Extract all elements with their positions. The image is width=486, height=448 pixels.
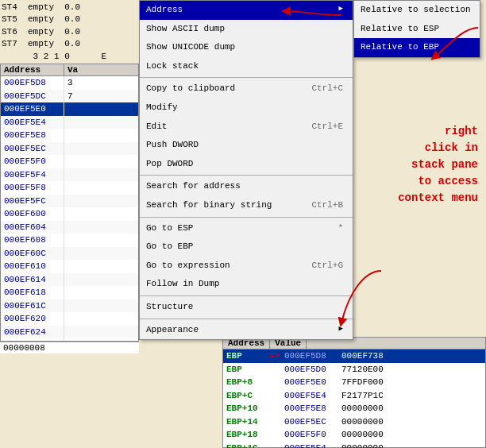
- menu-item-modify[interactable]: Modify: [140, 98, 353, 118]
- stack-row[interactable]: 000EF610: [1, 260, 138, 273]
- bp-row[interactable]: EBP+8000EF5E07FFDF000: [223, 376, 485, 389]
- reg-line: ST7 empty 0.0: [2, 38, 137, 50]
- stack-pane[interactable]: Address Va 000EF5D83000EF5DC7000EF5E0000…: [0, 64, 139, 342]
- menu-separator: [140, 77, 353, 78]
- stack-val: [64, 155, 138, 168]
- menu-item-pop-dword[interactable]: Pop DWORD: [140, 155, 353, 174]
- stack-row[interactable]: 000EF614: [1, 273, 138, 287]
- menu-separator: [140, 217, 353, 218]
- menu-item-copy-to-clipboard[interactable]: Copy to clipboardCtrl+C: [140, 79, 353, 98]
- status-text: 00000008: [3, 343, 45, 353]
- menu-item-label: Search for address: [146, 180, 343, 194]
- arrow-to-bottom: [302, 267, 397, 330]
- bp-arrow-icon: [267, 402, 283, 415]
- stack-row[interactable]: 000EF5FC: [1, 195, 138, 208]
- menu-item-search-for-binary-string[interactable]: Search for binary stringCtrl+B: [140, 196, 353, 215]
- submenu-item-relative-to-selection[interactable]: Relative to selection: [354, 1, 480, 20]
- stack-row[interactable]: 000EF624: [1, 326, 138, 339]
- stack-row[interactable]: 000EF600: [1, 207, 138, 221]
- bp-row[interactable]: EBP+14000EF5EC00000000: [223, 415, 485, 429]
- stack-row[interactable]: 000EF5D83: [1, 76, 138, 90]
- menu-item-edit[interactable]: EditCtrl+E: [140, 118, 353, 137]
- col-header-address: Address: [1, 64, 64, 75]
- stack-row[interactable]: 000EF604: [1, 221, 138, 234]
- menu-item-label: Lock stack: [146, 60, 343, 74]
- menu-item-lock-stack[interactable]: Lock stack: [140, 57, 353, 76]
- right-annotation: right click in stack pane to access cont…: [398, 123, 478, 207]
- stack-val: [64, 116, 138, 129]
- stack-addr: 000EF600: [1, 207, 64, 221]
- bp-val: F2177P1C: [338, 389, 485, 403]
- bp-val: 000EF738: [338, 350, 485, 363]
- bp-val: 00000000: [338, 415, 485, 429]
- menu-item-label: Modify: [146, 101, 343, 115]
- stack-addr: 000EF5F8: [1, 181, 64, 195]
- menu-item-go-to-ebp[interactable]: Go to EBP: [140, 238, 353, 257]
- bp-val: 00000000: [338, 402, 485, 415]
- col-header-value: Va: [64, 64, 138, 75]
- stack-addr: 000EF618: [1, 286, 64, 299]
- stack-val: [64, 260, 138, 273]
- stack-val: [64, 299, 138, 313]
- stack-val: [64, 181, 138, 195]
- reg-line: 3 2 1 0 E: [2, 51, 137, 63]
- stack-val: [64, 129, 138, 142]
- stack-row[interactable]: 000EF5EC: [1, 142, 138, 156]
- bp-row[interactable]: EBP000EF5D077120E00: [223, 363, 485, 377]
- stack-row[interactable]: 000EF5F0: [1, 155, 138, 168]
- reg-line: ST5 empty 0.0: [2, 14, 137, 25]
- menu-item-push-dword[interactable]: Push DWORD: [140, 136, 353, 155]
- stack-row[interactable]: 000EF60C: [1, 247, 138, 261]
- stack-val: [64, 142, 138, 156]
- bp-label: EBP+C: [223, 389, 267, 403]
- menu-item-show-unicode-dump[interactable]: Show UNICODE dump: [140, 38, 353, 57]
- stack-rows: 000EF5D83000EF5DC7000EF5E0000EF5E4000EF5…: [1, 76, 138, 342]
- stack-addr: 000EF5EC: [1, 142, 64, 156]
- bp-val: 00000000: [338, 442, 485, 449]
- bp-val: 00000000: [338, 428, 485, 442]
- stack-row[interactable]: 000EF618: [1, 286, 138, 299]
- annotation-line: context menu: [398, 190, 478, 207]
- bp-row[interactable]: EBP+1C000EF5F400000000: [223, 442, 485, 449]
- bp-label: EBP+14: [223, 415, 267, 429]
- bp-row[interactable]: EBP+C000EF5E4F2177P1C: [223, 389, 485, 403]
- menu-item-search-for-address[interactable]: Search for address: [140, 177, 353, 196]
- bp-arrow-icon: [267, 415, 283, 429]
- stack-val: [64, 207, 138, 221]
- stack-row[interactable]: 000EF5E8: [1, 129, 138, 142]
- stack-row[interactable]: 000EF5DC7: [1, 90, 138, 103]
- bp-addr: 000EF5E4: [283, 389, 338, 403]
- bp-row[interactable]: EBP=>000EF5D8000EF738: [223, 350, 485, 363]
- menu-item-label: Push DWORD: [146, 138, 343, 153]
- stack-addr: 000EF5DC: [1, 90, 64, 103]
- menu-shortcut: Ctrl+B: [311, 199, 343, 213]
- stack-val: [64, 168, 138, 182]
- menu-item-label: Search for binary string: [146, 199, 299, 213]
- stack-row[interactable]: 000EF5F4: [1, 168, 138, 182]
- bp-row[interactable]: EBP+18000EF5F000000000: [223, 428, 485, 442]
- menu-item-label: Go to expression: [146, 259, 299, 273]
- stack-row[interactable]: 000EF61C: [1, 299, 138, 313]
- stack-addr: 000EF5FC: [1, 195, 64, 208]
- bp-arrow-icon: [267, 389, 283, 403]
- stack-val: [64, 312, 138, 326]
- annotation-line: click in: [398, 140, 478, 156]
- stack-row[interactable]: 000EF620: [1, 312, 138, 326]
- bp-row[interactable]: EBP+10000EF5E800000000: [223, 402, 485, 415]
- menu-item-go-to-esp[interactable]: Go to ESP*: [140, 219, 353, 238]
- stack-row[interactable]: 000EF608: [1, 234, 138, 247]
- stack-addr: 000EF5E8: [1, 129, 64, 142]
- stack-val: [64, 102, 138, 116]
- stack-row[interactable]: 000EF5E0: [1, 102, 138, 116]
- bp-arrow-icon: [267, 376, 283, 389]
- stack-row[interactable]: 000EF5E4: [1, 116, 138, 129]
- reg-line: ST4 empty 0.0: [2, 2, 137, 14]
- stack-addr: 000EF5F4: [1, 168, 64, 182]
- bottom-panel[interactable]: Address Value EBP=>000EF5D8000EF738EBP00…: [222, 337, 486, 448]
- bp-rows: EBP=>000EF5D8000EF738EBP000EF5D077120E00…: [223, 350, 485, 448]
- bp-val: 7FFDF000: [338, 376, 485, 389]
- bp-addr: 000EF5F0: [283, 428, 338, 442]
- stack-row[interactable]: 000EF5F8: [1, 181, 138, 195]
- menu-item-label: Go to ESP: [146, 222, 325, 236]
- stack-addr: 000EF610: [1, 260, 64, 273]
